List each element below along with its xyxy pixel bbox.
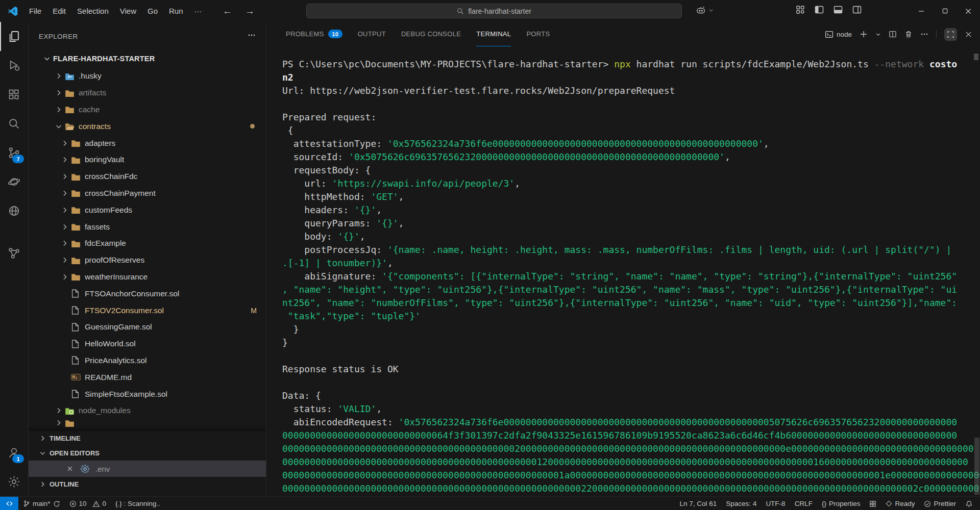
tree-item-fassets[interactable]: fassets (29, 218, 266, 235)
tree-item-boringvault[interactable]: boringVault (29, 151, 266, 168)
activity-account-icon[interactable]: 1 (0, 438, 28, 467)
tree-item-node-modules[interactable]: node_modules (29, 402, 266, 419)
cursor-position[interactable]: Ln 7, Col 61 (675, 497, 722, 510)
menu-go[interactable]: Go (142, 4, 163, 18)
tree-item-cache[interactable]: cache (29, 101, 266, 118)
panel-tab-terminal[interactable]: TERMINAL (476, 22, 511, 46)
close-panel-button[interactable] (965, 31, 972, 38)
tree-item-ftsoanchorconsumer-sol[interactable]: FTSOAnchorConsumer.sol (29, 285, 266, 302)
activity-source-control-icon[interactable]: 7 (0, 138, 28, 167)
tree-item-priceanalytics-sol[interactable]: PriceAnalytics.sol (29, 352, 266, 369)
activity-network-icon[interactable] (0, 239, 28, 268)
explorer-more-actions-icon[interactable] (248, 31, 256, 39)
divider (936, 30, 937, 38)
menu-selection[interactable]: Selection (71, 4, 114, 18)
menu-run[interactable]: Run (163, 4, 189, 18)
new-terminal-button[interactable] (860, 30, 868, 38)
activity-search-icon[interactable] (0, 109, 28, 138)
close-icon[interactable] (66, 465, 74, 472)
explorer-sidebar: EXPLORER FLARE-HARDHAT-STARTER .huskyart… (29, 22, 266, 496)
activity-planet-icon[interactable] (0, 167, 28, 196)
tree-item-guessinggame-sol[interactable]: GuessingGame.sol (29, 319, 266, 336)
extension-grid-icon[interactable] (865, 497, 881, 510)
section-open-editors[interactable]: OPEN EDITORS (29, 446, 266, 461)
solidity-scan-status[interactable]: {.} : Scanning.. (111, 497, 165, 510)
tree-item--husky[interactable]: .husky (29, 68, 266, 85)
terminal-line: headers: '{}', (282, 203, 971, 217)
terminal-dropdown-icon[interactable] (875, 32, 881, 37)
tree-item-customfeeds[interactable]: customFeeds (29, 201, 266, 218)
remote-indicator[interactable] (0, 497, 18, 510)
window-close-button[interactable] (957, 0, 980, 22)
tree-item-label: HelloWorld.sol (85, 339, 136, 348)
tree-item-crosschainpayment[interactable]: crossChainPayment (29, 185, 266, 202)
prettier-status[interactable]: Prettier (919, 497, 961, 510)
hardhat-ready-status[interactable]: Ready (881, 497, 919, 510)
terminal-scrollbar[interactable] (974, 438, 979, 495)
encoding-status[interactable]: UTF-8 (761, 497, 790, 510)
nav-forward-button[interactable]: → (243, 6, 257, 17)
panel-tab-bar: PROBLEMS10OUTPUTDEBUG CONSOLETERMINALPOR… (286, 22, 550, 46)
folder-icon (71, 188, 81, 198)
tree-item-contracts[interactable]: contracts (29, 118, 266, 135)
restore-panel-size-button[interactable] (944, 28, 957, 41)
notifications-bell-icon[interactable] (961, 497, 980, 510)
activity-run-debug-icon[interactable] (0, 51, 28, 80)
tree-item-proofofreserves[interactable]: proofOfReserves (29, 252, 266, 269)
tree-item-artifacts[interactable]: artifacts (29, 85, 266, 101)
split-terminal-button[interactable] (889, 30, 897, 38)
menu-[interactable]: ··· (189, 4, 208, 18)
activity-globe-icon[interactable] (0, 196, 28, 225)
tree-item-readme-md[interactable]: M↓README.md (29, 369, 266, 386)
copilot-button[interactable] (695, 5, 714, 16)
activity-settings-icon[interactable] (0, 467, 28, 496)
window-minimize-button[interactable] (910, 0, 933, 22)
language-mode[interactable]: {}Properties (817, 497, 865, 510)
panel-tab-debug-console[interactable]: DEBUG CONSOLE (401, 22, 461, 46)
panel-tab-ports[interactable]: PORTS (526, 22, 550, 46)
tree-item-crosschainfdc[interactable]: crossChainFdc (29, 168, 266, 185)
panel-tab-output[interactable]: OUTPUT (358, 22, 386, 46)
toggle-secondary-sidebar-icon[interactable] (852, 5, 862, 15)
timeline-label: TIMELINE (50, 435, 81, 442)
customize-layout-icon[interactable] (795, 5, 805, 15)
section-outline[interactable]: OUTLINE (29, 477, 266, 492)
sync-icon (53, 500, 60, 507)
terminal-output[interactable]: PS C:\Users\pc\Documents\MY-PROJECTS\fla… (282, 58, 971, 495)
tree-item-helloworld-sol[interactable]: HelloWorld.sol (29, 336, 266, 352)
nav-back-button[interactable]: ← (221, 6, 234, 17)
tree-item-weatherinsurance[interactable]: weatherInsurance (29, 269, 266, 286)
problems-status[interactable]: 10 0 (65, 497, 111, 510)
tree-item-ftsov2consumer-sol[interactable]: FTSOV2Consumer.solM (29, 302, 266, 319)
command-center-search[interactable]: flare-hardhat-starter (306, 4, 682, 18)
terminal-line: postProcessJq: '{name: .name, height: .h… (282, 243, 971, 257)
panel-tab-label: DEBUG CONSOLE (401, 30, 461, 38)
tree-item-fdcexample[interactable]: fdcExample (29, 235, 266, 252)
menu-edit[interactable]: Edit (47, 4, 71, 18)
folder-husky-icon (65, 71, 75, 81)
eol-status[interactable]: CRLF (790, 497, 817, 510)
tree-item-clipped[interactable] (29, 419, 266, 427)
terminal-instance-node[interactable]: node (825, 30, 852, 39)
tree-root-flare-hardhat-starter[interactable]: FLARE-HARDHAT-STARTER (29, 50, 266, 67)
window-maximize-button[interactable] (933, 0, 957, 22)
toggle-panel-icon[interactable] (833, 5, 843, 15)
activity-explorer-icon[interactable] (0, 22, 28, 51)
indentation-status[interactable]: Spaces: 4 (721, 497, 761, 510)
panel-more-actions-icon[interactable] (920, 30, 928, 38)
kill-terminal-button[interactable] (904, 30, 913, 38)
vscode-window: FileEditSelectionViewGoRun··· ← → flare-… (0, 0, 980, 510)
panel-tab-problems[interactable]: PROBLEMS10 (286, 22, 342, 46)
tree-item-simpleftsoexample-sol[interactable]: SimpleFtsoExample.sol (29, 386, 266, 402)
menu-file[interactable]: File (23, 4, 47, 18)
section-timeline[interactable]: TIMELINE (29, 431, 266, 446)
menu-view[interactable]: View (114, 4, 142, 18)
chevron-right-icon (39, 435, 46, 442)
toggle-sidebar-icon[interactable] (814, 5, 824, 15)
open-editor-env[interactable]: .env (29, 461, 266, 477)
terminal-line: 000000000000000000000000000064f3f301397c… (282, 429, 971, 442)
activity-extensions-icon[interactable] (0, 80, 28, 109)
tree-item-adapters[interactable]: adapters (29, 135, 266, 151)
panel-tab-label: OUTPUT (358, 30, 386, 38)
git-branch-status[interactable]: main* (18, 497, 65, 510)
